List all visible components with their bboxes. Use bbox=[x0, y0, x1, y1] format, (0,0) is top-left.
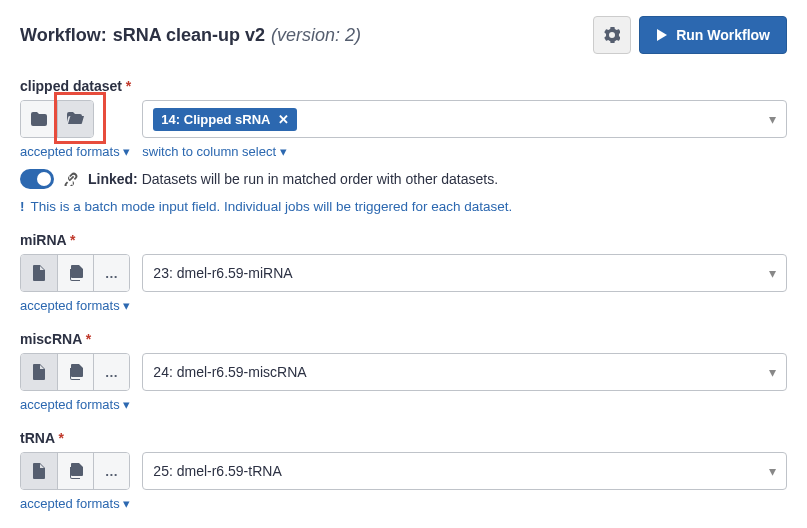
more-button[interactable]: … bbox=[93, 354, 129, 390]
mirna-select[interactable]: 23: dmel-r6.59-miRNA ▾ bbox=[142, 254, 787, 292]
mirna-label: miRNA * bbox=[20, 232, 787, 248]
more-button[interactable]: … bbox=[93, 453, 129, 489]
switch-column-select[interactable]: switch to column select ▾ bbox=[142, 144, 787, 159]
copy-button[interactable] bbox=[57, 255, 93, 291]
folder-open-button[interactable] bbox=[57, 101, 93, 137]
info-icon: ! bbox=[20, 199, 25, 214]
file-button[interactable] bbox=[21, 453, 57, 489]
caret-down-icon: ▾ bbox=[769, 364, 776, 380]
workflow-version: (version: 2) bbox=[271, 25, 361, 46]
copy-button[interactable] bbox=[57, 354, 93, 390]
title-prefix: Workflow: bbox=[20, 25, 107, 46]
trna-value: 25: dmel-r6.59-tRNA bbox=[153, 463, 281, 479]
copy-icon bbox=[69, 364, 83, 380]
clipped-select[interactable]: 14: Clipped sRNA ✕ ▾ bbox=[142, 100, 787, 138]
mirna-value: 23: dmel-r6.59-miRNA bbox=[153, 265, 292, 281]
trna-select[interactable]: 25: dmel-r6.59-tRNA ▾ bbox=[142, 452, 787, 490]
clipped-label: clipped dataset * bbox=[20, 78, 787, 94]
ellipsis-icon: … bbox=[105, 365, 118, 380]
file-button[interactable] bbox=[21, 354, 57, 390]
ellipsis-icon: … bbox=[105, 464, 118, 479]
file-icon bbox=[33, 364, 45, 380]
workflow-name: sRNA clean-up v2 bbox=[113, 25, 265, 46]
miscrna-select[interactable]: 24: dmel-r6.59-miscRNA ▾ bbox=[142, 353, 787, 391]
copy-button[interactable] bbox=[57, 453, 93, 489]
file-button[interactable] bbox=[21, 255, 57, 291]
clipped-type-selector bbox=[20, 100, 94, 138]
clipped-tag: 14: Clipped sRNA ✕ bbox=[153, 108, 297, 131]
miscrna-label: miscRNA * bbox=[20, 331, 787, 347]
linked-text: Datasets will be run in matched order wi… bbox=[142, 171, 498, 187]
miscrna-value: 24: dmel-r6.59-miscRNA bbox=[153, 364, 306, 380]
file-icon bbox=[33, 265, 45, 281]
folder-open-icon bbox=[67, 112, 85, 126]
copy-icon bbox=[69, 265, 83, 281]
copy-icon bbox=[69, 463, 83, 479]
folder-icon bbox=[31, 112, 47, 126]
accepted-formats-mirna[interactable]: accepted formats ▾ bbox=[20, 298, 130, 313]
ellipsis-icon: … bbox=[105, 266, 118, 281]
caret-down-icon: ▾ bbox=[769, 463, 776, 479]
accepted-formats-miscrna[interactable]: accepted formats ▾ bbox=[20, 397, 130, 412]
run-label: Run Workflow bbox=[676, 27, 770, 43]
mirna-type-selector: … bbox=[20, 254, 130, 292]
link-icon bbox=[64, 172, 78, 186]
remove-tag-icon[interactable]: ✕ bbox=[278, 112, 289, 127]
batch-hint: ! This is a batch mode input field. Indi… bbox=[20, 199, 787, 214]
accepted-formats-trna[interactable]: accepted formats ▾ bbox=[20, 496, 130, 511]
run-workflow-button[interactable]: Run Workflow bbox=[639, 16, 787, 54]
caret-down-icon: ▾ bbox=[769, 265, 776, 281]
accepted-formats-clipped[interactable]: accepted formats ▾ bbox=[20, 144, 130, 159]
gear-icon bbox=[604, 27, 620, 43]
trna-label: tRNA * bbox=[20, 430, 787, 446]
play-icon bbox=[656, 28, 668, 42]
trna-type-selector: … bbox=[20, 452, 130, 490]
more-button[interactable]: … bbox=[93, 255, 129, 291]
caret-down-icon: ▾ bbox=[769, 111, 776, 127]
folder-closed-button[interactable] bbox=[21, 101, 57, 137]
file-icon bbox=[33, 463, 45, 479]
miscrna-type-selector: … bbox=[20, 353, 130, 391]
linked-toggle[interactable] bbox=[20, 169, 54, 189]
linked-label: Linked: bbox=[88, 171, 138, 187]
settings-button[interactable] bbox=[593, 16, 631, 54]
